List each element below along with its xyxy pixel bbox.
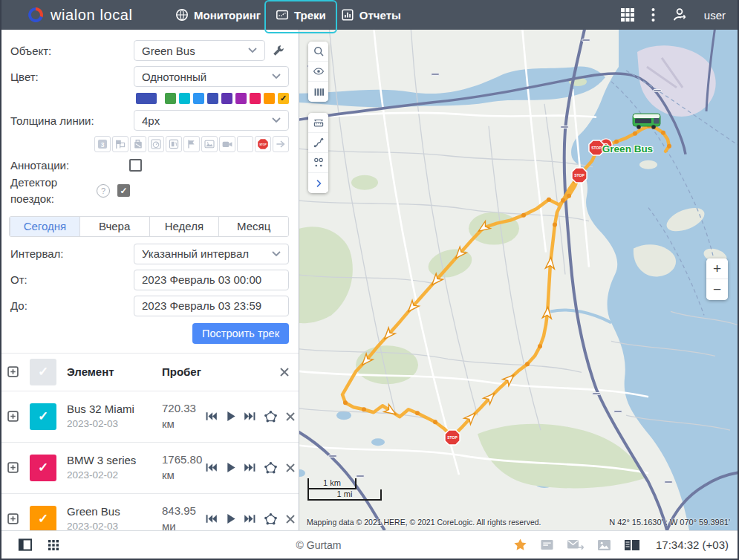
marker-btn-flags[interactable]: [183, 136, 200, 152]
expand-row-button[interactable]: [7, 462, 19, 473]
track-play-button[interactable]: [225, 462, 236, 473]
chevron-right-icon: [313, 178, 325, 189]
track-hittest-button[interactable]: [264, 512, 278, 525]
stop-marker[interactable]: STOP: [444, 429, 461, 446]
header-tab-monitoring[interactable]: Мониторинг: [168, 4, 268, 25]
mail-forward-button[interactable]: [567, 539, 585, 551]
grid-view-button[interactable]: [48, 539, 59, 551]
favorites-button[interactable]: [513, 538, 527, 552]
remove-all-tracks-button[interactable]: [279, 367, 290, 377]
media-button[interactable]: [597, 539, 611, 551]
line-thickness-select[interactable]: 4px: [134, 110, 289, 131]
marker-btn-fuel-thefts[interactable]: [130, 136, 146, 152]
marker-btn-speedings[interactable]: 3: [94, 136, 111, 152]
zoom-in-button[interactable]: +: [706, 258, 728, 279]
notes-button[interactable]: [540, 538, 554, 551]
track-play-button[interactable]: [225, 513, 236, 524]
color-swatch-green[interactable]: [165, 93, 176, 104]
stop-marker[interactable]: STOP: [588, 140, 605, 157]
color-swatch-orange[interactable]: [264, 93, 275, 104]
track-hittest-button[interactable]: [264, 410, 278, 423]
track-first-point-button[interactable]: [205, 514, 218, 524]
color-swatch-pink[interactable]: [250, 93, 261, 104]
scale-mi: 1 mi: [307, 489, 382, 501]
zoom-out-button[interactable]: −: [706, 279, 728, 300]
from-date-input[interactable]: 2023 Февраль 03 00:00: [134, 270, 289, 290]
photo-icon: [204, 138, 215, 150]
app-launcher-button[interactable]: [620, 7, 635, 22]
to-date-input[interactable]: 2023 Февраль 03 23:59: [134, 296, 289, 316]
track-hittest-button[interactable]: [264, 461, 278, 474]
color-swatch-cyan[interactable]: [179, 93, 190, 104]
header-tab-reports[interactable]: Отчеты: [333, 4, 408, 25]
expand-all-button[interactable]: [7, 366, 19, 377]
build-track-button[interactable]: Построить трек: [192, 323, 289, 344]
remove-track-button[interactable]: [285, 463, 296, 473]
map-route-button[interactable]: [308, 133, 328, 153]
marker-btn-speedometer[interactable]: [148, 136, 164, 152]
map-layers-button[interactable]: [308, 82, 328, 102]
track-last-point-button[interactable]: [244, 411, 256, 421]
color-select[interactable]: Однотонный: [134, 66, 289, 87]
unit-marker-green-bus[interactable]: [632, 111, 662, 130]
skip-next-icon: [244, 411, 256, 421]
trip-detector-checkbox[interactable]: [117, 184, 130, 197]
track-first-point-button[interactable]: [205, 411, 218, 421]
marker-btn-stops[interactable]: STOP: [255, 136, 271, 152]
color-swatch-purple[interactable]: [235, 93, 247, 104]
color-swatch-current[interactable]: [136, 93, 157, 104]
color-swatch-indigo[interactable]: [207, 93, 218, 104]
stop-sign-icon: STOP: [444, 429, 461, 446]
map-visibility-button[interactable]: [308, 62, 328, 82]
layout-split-button[interactable]: [624, 539, 640, 551]
track-marker-toggles: 3PSTOP: [10, 136, 289, 152]
marker-btn-video[interactable]: [219, 136, 235, 152]
unit-properties-button[interactable]: [272, 44, 285, 57]
object-select[interactable]: Green Bus: [134, 40, 265, 61]
map-expand-button[interactable]: [308, 173, 328, 193]
annotations-checkbox[interactable]: [129, 159, 142, 172]
expand-row-button[interactable]: [7, 411, 19, 422]
map-ruler-button[interactable]: [308, 113, 328, 133]
expand-row-button[interactable]: [7, 513, 19, 524]
play-icon: [225, 513, 236, 524]
map-search-button[interactable]: [308, 42, 328, 62]
marker-btn-fillings[interactable]: [166, 136, 182, 152]
remove-track-button[interactable]: [285, 411, 296, 422]
period-tab-yesterday[interactable]: Вчера: [79, 217, 149, 236]
color-swatch-deep-purple[interactable]: [221, 93, 232, 104]
help-question-icon[interactable]: ?: [97, 184, 110, 198]
marker-btn-events[interactable]: [112, 136, 128, 152]
track-visibility-checkbox[interactable]: [30, 403, 56, 430]
kebab-menu-button[interactable]: [651, 7, 655, 22]
marker-btn-parkings[interactable]: P: [237, 136, 253, 152]
map[interactable]: P STOP STOP: [299, 30, 738, 530]
map-markers-button[interactable]: [308, 153, 328, 173]
period-tab-today[interactable]: Сегодня: [10, 217, 79, 236]
remove-track-button[interactable]: [285, 514, 296, 524]
select-all-checkbox[interactable]: [30, 359, 56, 385]
trip-detector-label: Детектор поездок:: [10, 175, 97, 207]
header-tab-tracks[interactable]: Треки: [268, 4, 333, 25]
app-logo: wialon local: [27, 6, 162, 24]
track-visibility-checkbox[interactable]: [30, 455, 56, 481]
toggle-panel-button[interactable]: [18, 538, 33, 551]
stop-marker[interactable]: STOP: [571, 167, 588, 184]
marker-btn-follow[interactable]: [273, 136, 289, 152]
track-visibility-checkbox[interactable]: [30, 506, 56, 531]
color-swatch-blue[interactable]: [193, 93, 204, 104]
track-last-point-button[interactable]: [244, 514, 256, 524]
color-swatch-amber[interactable]: [278, 93, 289, 104]
track-last-point-button[interactable]: [244, 463, 256, 472]
marker-btn-media[interactable]: [201, 136, 218, 152]
period-tab-month[interactable]: Месяц: [218, 217, 288, 236]
pump-icon: [168, 138, 180, 150]
period-tab-week[interactable]: Неделя: [149, 217, 219, 236]
user-menu-button[interactable]: [671, 7, 688, 23]
map-canvas[interactable]: [299, 30, 738, 530]
track-first-point-button[interactable]: [205, 463, 218, 472]
interval-select[interactable]: Указанный интервал: [134, 244, 289, 264]
skip-next-icon: [244, 514, 256, 524]
track-play-button[interactable]: [225, 411, 236, 422]
track-mileage-unit: км: [162, 417, 205, 432]
